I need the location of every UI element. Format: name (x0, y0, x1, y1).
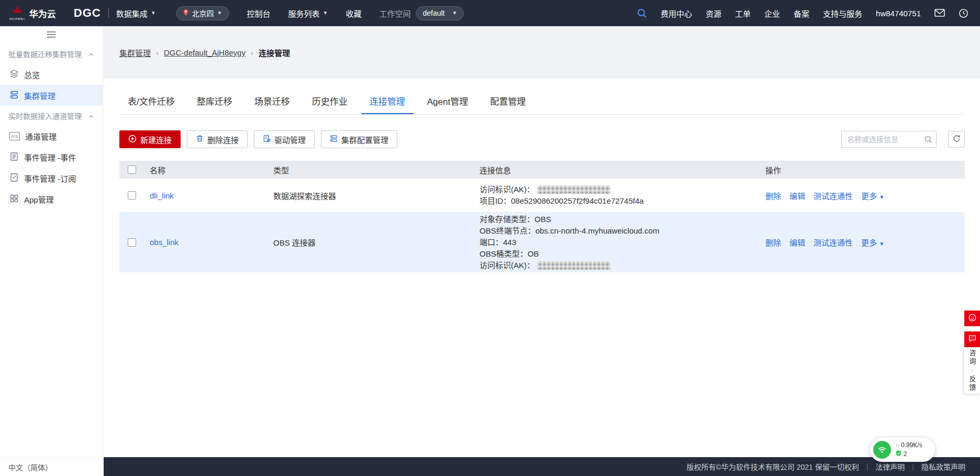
legal-notice-link[interactable]: 法律声明 (875, 461, 905, 472)
language-selector[interactable]: 中文（简体） (0, 457, 103, 476)
region-selector[interactable]: 北京四 ▼ (176, 6, 229, 20)
content-card: 表/文件迁移 整库迁移 场景迁移 历史作业 连接管理 Agent管理 配置管理 … (104, 79, 980, 457)
console-link[interactable]: 控制台 (247, 8, 271, 19)
storage-type-line: 对象存储类型：OBS (480, 214, 760, 225)
sidebar-item-label: 集群管理 (24, 90, 55, 101)
main-content: 集群管理 › DGC-default_AjH8eygy › 连接管理 表/文件迁… (104, 26, 980, 457)
delete-action[interactable]: 删除 (765, 237, 781, 248)
service-list-dropdown[interactable]: 服务列表▼ (288, 8, 328, 19)
feedback-panel: 咨询·反馈 (964, 311, 980, 394)
endpoint-line: OBS终端节点：obs.cn-north-4.myhuaweicloud.com (480, 225, 760, 237)
sidebar-item-label: 通道管理 (25, 131, 57, 142)
row-checkbox[interactable] (128, 238, 136, 247)
sidebar-item-overview[interactable]: 总览 (0, 64, 103, 85)
tab-bar: 表/文件迁移 整库迁移 场景迁移 历史作业 连接管理 Agent管理 配置管理 (119, 91, 964, 115)
table-row: obs_link OBS 连接器 对象存储类型：OBS OBS终端节点：obs.… (119, 213, 965, 272)
delete-connection-button[interactable]: 删除连接 (187, 130, 248, 148)
support-link[interactable]: 支持与服务 (823, 8, 862, 19)
workspace-selector[interactable]: default ▼ (416, 6, 464, 20)
clock-icon[interactable] (959, 8, 968, 18)
table-row: dli_link 数据湖探索连接器 访问标识(AK)： 项目ID：08e5290… (119, 179, 965, 213)
connection-name-link[interactable]: dli_link (150, 191, 174, 200)
consult-feedback-tab[interactable]: 咨询·反馈 (964, 348, 980, 394)
bucket-type-line: OBS桶类型：OB (480, 248, 760, 260)
sidebar-item-channel-management[interactable]: DIS 通道管理 (0, 126, 103, 147)
column-header-actions: 操作 (760, 164, 965, 175)
tab-history-jobs[interactable]: 历史作业 (304, 91, 356, 114)
sidebar-item-label: App管理 (24, 194, 54, 205)
huawei-flower-icon (12, 6, 23, 17)
refresh-button[interactable] (948, 131, 965, 148)
more-actions-dropdown[interactable]: 更多 ▼ (861, 190, 884, 201)
shield-icon (895, 450, 902, 458)
hamburger-icon (47, 30, 56, 40)
button-label: 删除连接 (207, 134, 239, 145)
tab-agent-management[interactable]: Agent管理 (419, 91, 476, 114)
breadcrumb-cluster-management[interactable]: 集群管理 (119, 47, 151, 58)
test-connectivity-action[interactable]: 测试连通性 (814, 190, 853, 201)
connection-info: 访问标识(AK)： 项目ID：08e529086200257f2f94c01e7… (474, 184, 760, 207)
privacy-policy-link[interactable]: 隐私政策声明 (921, 461, 965, 472)
connections-table: 名称 类型 连接信息 操作 dli_link 数据湖探索连接器 访问标识(AK)… (119, 161, 965, 272)
new-connection-button[interactable]: 新建连接 (119, 130, 181, 148)
top-nav-bar: HUAWEI 华为云 DGC 数据集成▼ 北京四 ▼ 控制台 服务列表▼ 收藏 … (0, 0, 980, 26)
network-speed-value: 0.99K/s (901, 441, 922, 449)
breadcrumb: 集群管理 › DGC-default_AjH8eygy › 连接管理 (104, 26, 980, 79)
toolbar: 新建连接 删除连接 驱动管理 (119, 130, 965, 148)
connection-name-link[interactable]: obs_link (150, 238, 179, 247)
protection-count: 2 (904, 450, 907, 458)
sidebar-item-label: 总览 (24, 69, 40, 80)
sidebar-group-batch-migration[interactable]: 批量数据迁移集群管理 (0, 44, 103, 64)
favorites-link[interactable]: 收藏 (346, 8, 361, 19)
cluster-config-management-button[interactable]: 集群配置管理 (321, 130, 397, 148)
workspace-label: 工作空间 (379, 8, 410, 19)
more-actions-dropdown[interactable]: 更多 ▼ (861, 237, 884, 248)
tab-connection-management[interactable]: 连接管理 (361, 91, 414, 114)
table-header-row: 名称 类型 连接信息 操作 (119, 161, 965, 179)
tab-whole-db-migration[interactable]: 整库迁移 (188, 91, 241, 114)
sidebar-group-realtime-channel[interactable]: 实时数据接入通道管理 (0, 106, 103, 126)
delete-action[interactable]: 删除 (765, 190, 781, 201)
chat-feedback-button[interactable] (964, 331, 980, 347)
search-input[interactable] (842, 135, 920, 143)
chevron-down-icon: ▼ (879, 241, 884, 247)
connection-type: OBS 连接器 (268, 237, 474, 248)
edit-action[interactable]: 编辑 (789, 237, 805, 248)
enterprise-link[interactable]: 企业 (764, 8, 780, 19)
beian-link[interactable]: 备案 (794, 8, 809, 19)
product-menu-dropdown[interactable]: 数据集成▼ (116, 8, 156, 19)
sidebar-item-event-management-subscribe[interactable]: 事件管理 -订阅 (0, 168, 103, 189)
project-id-line: 项目ID：08e529086200257f2f94c01e72745f4a (480, 195, 760, 207)
sidebar-item-event-management-events[interactable]: 事件管理 -事件 (0, 147, 103, 168)
username[interactable]: hw84740751 (876, 9, 921, 18)
mail-icon[interactable] (934, 9, 945, 17)
search-icon[interactable] (637, 8, 647, 18)
breadcrumb-cluster-name[interactable]: DGC-default_AjH8eygy (164, 48, 246, 57)
chevron-up-icon (88, 112, 94, 120)
tickets-link[interactable]: 工单 (735, 8, 751, 19)
driver-management-button[interactable]: 驱动管理 (254, 130, 315, 148)
row-checkbox[interactable] (128, 191, 136, 200)
up-down-arrows-icon: ↑↓ (895, 442, 899, 448)
tab-scenario-migration[interactable]: 场景迁移 (246, 91, 298, 114)
sidebar-item-cluster-management[interactable]: 集群管理 (0, 85, 103, 106)
sidebar-collapse-button[interactable] (0, 26, 103, 44)
tab-config-management[interactable]: 配置管理 (482, 91, 534, 114)
sidebar-group-label: 批量数据迁移集群管理 (8, 49, 82, 59)
sidebar-item-app-management[interactable]: App管理 (0, 189, 103, 209)
search-icon[interactable] (920, 135, 936, 143)
chevron-down-icon: ▼ (323, 10, 328, 16)
satisfaction-survey-button[interactable] (964, 311, 980, 326)
divider (108, 8, 109, 18)
chevron-down-icon: ▼ (151, 10, 156, 16)
tab-table-file-migration[interactable]: 表/文件迁移 (119, 91, 183, 114)
consult-feedback-label: 咨询·反馈 (967, 349, 977, 392)
language-label: 中文（简体） (8, 462, 52, 472)
test-connectivity-action[interactable]: 测试连通性 (814, 237, 853, 248)
location-pin-icon (183, 9, 189, 18)
resources-link[interactable]: 资源 (706, 8, 721, 19)
billing-center-link[interactable]: 费用中心 (661, 8, 692, 19)
network-speed-widget[interactable]: ↑↓ 0.99K/s 2 (870, 438, 935, 462)
edit-action[interactable]: 编辑 (789, 190, 805, 201)
select-all-checkbox[interactable] (128, 165, 136, 174)
